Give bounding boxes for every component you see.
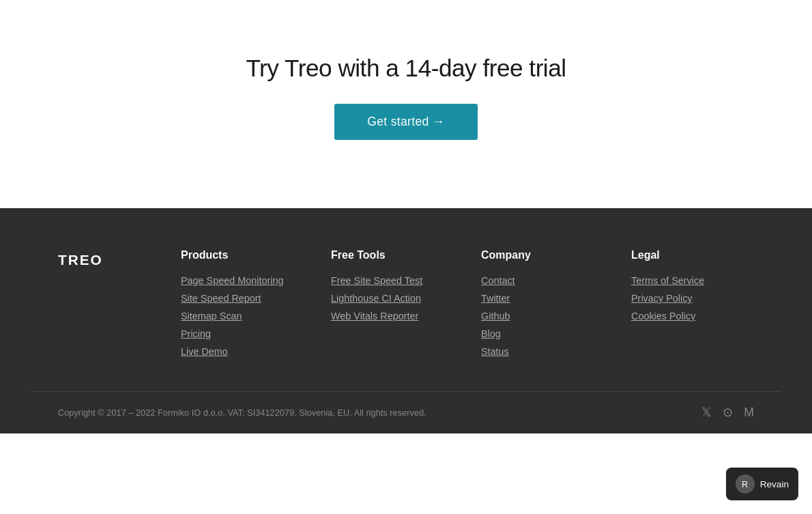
footer-col-heading-company: Company (481, 249, 604, 261)
footer-link-privacy-policy[interactable]: Privacy Policy (631, 293, 754, 304)
footer-link-web-vitals-reporter[interactable]: Web Vitals Reporter (331, 311, 454, 322)
footer-link-free-site-speed-test[interactable]: Free Site Speed Test (331, 275, 454, 286)
footer-link-contact[interactable]: Contact (481, 275, 604, 286)
footer-link-status[interactable]: Status (481, 346, 604, 357)
footer-col-legal: LegalTerms of ServicePrivacy PolicyCooki… (631, 249, 754, 364)
footer: TREO ProductsPage Speed MonitoringSite S… (0, 208, 812, 433)
hero-title: Try Treo with a 14-day free trial (246, 55, 566, 82)
github-icon[interactable]: ⊙ (723, 405, 733, 420)
footer-col-products: ProductsPage Speed MonitoringSite Speed … (181, 249, 304, 364)
footer-columns: ProductsPage Speed MonitoringSite Speed … (181, 249, 754, 364)
footer-col-heading-free-tools: Free Tools (331, 249, 454, 261)
footer-link-pricing[interactable]: Pricing (181, 328, 304, 339)
footer-link-terms-of-service[interactable]: Terms of Service (631, 275, 754, 286)
hero-section: Try Treo with a 14-day free trial Get st… (0, 0, 812, 208)
footer-col-free-tools: Free ToolsFree Site Speed TestLighthouse… (331, 249, 454, 364)
footer-bottom: Copyright © 2017 – 2022 Formiko IO d.o.o… (31, 391, 781, 433)
social-icons: 𝕏 ⊙ M (701, 405, 754, 420)
footer-link-blog[interactable]: Blog (481, 328, 604, 339)
copyright-text: Copyright © 2017 – 2022 Formiko IO d.o.o… (58, 408, 426, 418)
twitter-icon[interactable]: 𝕏 (701, 405, 712, 420)
footer-col-heading-legal: Legal (631, 249, 754, 261)
medium-icon[interactable]: M (744, 405, 754, 420)
footer-link-page-speed-monitoring[interactable]: Page Speed Monitoring (181, 275, 304, 286)
get-started-button[interactable]: Get started → (334, 104, 477, 140)
footer-link-live-demo[interactable]: Live Demo (181, 346, 304, 357)
footer-col-company: CompanyContactTwitterGithubBlogStatus (481, 249, 604, 364)
footer-link-sitemap-scan[interactable]: Sitemap Scan (181, 311, 304, 322)
footer-link-site-speed-report[interactable]: Site Speed Report (181, 293, 304, 304)
footer-link-lighthouse-ci-action[interactable]: Lighthouse CI Action (331, 293, 454, 304)
footer-link-cookies-policy[interactable]: Cookies Policy (631, 311, 754, 322)
footer-link-github[interactable]: Github (481, 311, 604, 322)
footer-col-heading-products: Products (181, 249, 304, 261)
footer-logo: TREO (58, 249, 140, 364)
footer-link-twitter[interactable]: Twitter (481, 293, 604, 304)
